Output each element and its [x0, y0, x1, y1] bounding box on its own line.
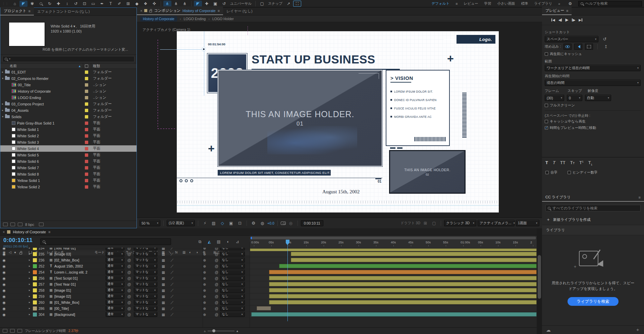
eraser-tool-icon[interactable]: ◆ [133, 1, 141, 7]
workspace-settings-icon[interactable]: ⚙ [566, 1, 574, 7]
trash-icon[interactable] [39, 223, 44, 226]
preview-resolution-dropdown[interactable]: 自動▾ [585, 95, 611, 101]
twirl-icon[interactable]: ▸ [26, 295, 33, 298]
range-dropdown[interactable]: ワークエリアと現在の時間▾ [545, 65, 641, 71]
parent-pickwhip-icon[interactable]: @ [215, 288, 218, 292]
eye-icon[interactable]: ◉ [0, 313, 8, 317]
threed-switch-icon[interactable]: ⊕ [198, 258, 211, 262]
layer-color-chip[interactable] [33, 248, 37, 250]
project-item-row[interactable]: White Solid 5 平面 [0, 152, 137, 158]
blend-mode-dropdown[interactable]: 通常▾ [106, 251, 124, 256]
layer-switches[interactable]: ▦／ [158, 258, 198, 263]
label-color-chip[interactable] [85, 185, 88, 189]
blend-mode-dropdown[interactable]: 通常▾ [106, 270, 124, 275]
layer-color-chip[interactable] [33, 288, 37, 292]
layer-color-chip[interactable] [33, 300, 37, 304]
twirl-icon[interactable]: ▸ [0, 109, 5, 112]
column-label-icon[interactable] [85, 64, 88, 68]
ligatures-checkbox[interactable] [545, 171, 549, 174]
label-color-chip[interactable] [85, 166, 88, 170]
threed-switch-icon[interactable]: ⊕ [198, 248, 211, 250]
layer-track[interactable] [250, 312, 537, 317]
help-search-input[interactable]: ヘルプを検索 [578, 1, 642, 6]
zoom-out-icon[interactable]: ▵ [204, 329, 206, 333]
twirl-icon[interactable]: ▸ [0, 102, 5, 105]
eye-icon[interactable]: ◉ [0, 258, 8, 262]
frame-rate-dropdown[interactable]: (30)▾ [545, 95, 564, 101]
threed-switch-icon[interactable]: ⊕ [198, 306, 211, 311]
layer-track[interactable] [250, 263, 537, 269]
workspace-tab-small-screen[interactable]: 小さい画面 [497, 1, 515, 6]
workspace-tab-learn[interactable]: 学習 [484, 1, 491, 6]
track-matte-dropdown[interactable]: マットな▾ [134, 276, 157, 281]
layer-track[interactable] [250, 251, 537, 257]
snapshot-icon[interactable] [281, 222, 286, 225]
project-item-row[interactable]: White Solid 2 平面 [0, 133, 137, 139]
small-caps-icon[interactable]: TT [570, 160, 575, 165]
channel-show-icon[interactable]: ❂ [250, 220, 257, 226]
layer-duration-bar[interactable] [279, 264, 537, 268]
tab-preview[interactable]: プレビュー≡ [542, 6, 572, 15]
panel-menu-icon[interactable]: ≡ [48, 230, 50, 234]
project-item-row[interactable]: Yellow Solid 1 平面 [0, 177, 137, 184]
layer-switches[interactable]: ▦／ [158, 288, 198, 293]
reset-shortcut-icon[interactable]: ↺ [601, 36, 608, 42]
parent-dropdown[interactable]: なし▾ [220, 288, 245, 293]
skip-dropdown[interactable]: 0▾ [567, 95, 582, 101]
include-overlays-button[interactable] [585, 44, 593, 50]
layer-row[interactable]: ◉ ▸ 304 ▩ [Background] 通常▾ @ マットな▾ ▦／ ⊕ … [0, 312, 537, 318]
zoom-slider-knob[interactable] [212, 329, 215, 332]
pickwhip-icon[interactable]: @ [125, 300, 133, 304]
project-item-row[interactable]: History of Corporate ..ション [0, 88, 137, 94]
twirl-icon[interactable]: ▾ [0, 77, 5, 80]
column-type[interactable]: 種類 [93, 64, 100, 68]
first-frame-button[interactable]: ◀ [551, 18, 555, 22]
layer-color-chip[interactable] [33, 306, 37, 311]
parent-pickwhip-icon[interactable]: @ [215, 264, 218, 268]
fullscreen-checkbox[interactable] [545, 104, 548, 107]
magnification-dropdown[interactable]: 50 %▾ [140, 220, 160, 226]
layer-switches[interactable]: ▦／ [158, 300, 198, 305]
close-icon[interactable]: × [3, 230, 5, 234]
threed-switch-icon[interactable]: ⊕ [198, 288, 211, 292]
twirl-icon[interactable]: ▸ [26, 271, 33, 274]
parent-dropdown[interactable]: なし▾ [220, 300, 245, 305]
twirl-icon[interactable]: ▸ [26, 289, 33, 292]
pickwhip-icon[interactable]: @ [125, 282, 133, 286]
parent-dropdown[interactable]: なし▾ [220, 270, 245, 275]
expand-transfer-controls-icon[interactable] [10, 329, 15, 333]
layer-row[interactable]: ◉ ▸ 260 ▩ [01_White_Box] 通常▾ @ マットな▾ ▦／ … [0, 299, 537, 305]
twirl-icon[interactable]: ▸ [26, 307, 33, 310]
playhead-handle[interactable] [286, 240, 289, 243]
label-color-chip[interactable] [85, 153, 88, 157]
layer-name[interactable]: [Image 03] [54, 252, 105, 256]
twirl-icon[interactable]: ▸ [26, 283, 33, 286]
eye-icon[interactable]: ◉ [0, 294, 8, 298]
search-libraries-button[interactable]: ライブラリを検索 [568, 297, 619, 306]
blend-mode-dropdown[interactable]: 通常▾ [106, 276, 124, 281]
layer-switches[interactable]: ▦／ [158, 276, 198, 281]
track-matte-dropdown[interactable]: マットな▾ [134, 306, 157, 311]
layer-color-chip[interactable] [33, 276, 37, 280]
threed-switch-icon[interactable]: ⊕ [198, 294, 211, 298]
project-item-row[interactable]: White Solid 1 平面 [0, 126, 137, 133]
layer-row[interactable]: ◉ ▸ 286 ▩ [00_Title] 通常▾ @ マットな▾ ▦／ ⊕ @ … [0, 305, 537, 312]
orbit-camera-tool-icon[interactable]: ↻ [46, 1, 54, 7]
project-item-row[interactable]: LOGO Ending ..ション [0, 94, 137, 101]
threed-switch-icon[interactable]: ⊕ [198, 264, 211, 268]
twirl-icon[interactable]: ▸ [0, 70, 5, 74]
next-frame-button[interactable]: ▶ [572, 18, 576, 22]
layer-name[interactable]: August 15th, 2002 [54, 264, 105, 268]
zoom-in-icon[interactable]: ▴ [236, 329, 238, 333]
breadcrumb-logo-holder[interactable]: LOGO Holder [212, 17, 234, 21]
layer-color-chip[interactable] [33, 264, 37, 268]
layer-track[interactable] [250, 299, 537, 305]
timeline-tab-name[interactable]: History of Corporate [13, 230, 46, 234]
threed-switch-icon[interactable]: ⊕ [198, 276, 211, 280]
share-icon[interactable]: ↥ [602, 44, 609, 50]
layer-row[interactable]: ◉ ▸ 252 T August 15th, 2002 通常▾ @ マットな▾ … [0, 263, 537, 269]
close-icon[interactable]: × [140, 9, 142, 13]
layer-name[interactable]: [02_White_Box] [54, 258, 105, 262]
gizmo-rotate-icon[interactable]: ↺ [220, 1, 228, 7]
layer-track[interactable] [250, 287, 537, 293]
